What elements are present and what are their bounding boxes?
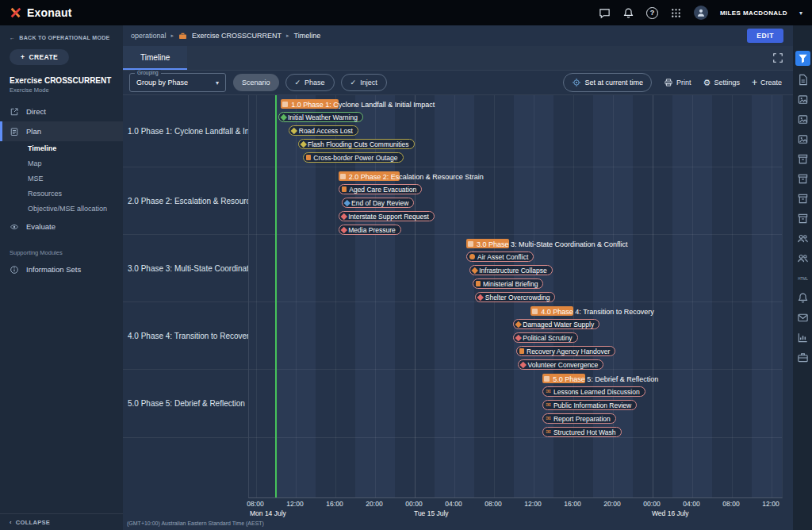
edit-button[interactable]: EDIT — [747, 29, 783, 43]
html-icon[interactable]: HTML — [797, 272, 809, 284]
collapse-button[interactable]: ‹ COLLAPSE — [0, 513, 123, 530]
diamond-icon — [472, 267, 478, 274]
tick-label: 12:00 — [762, 500, 779, 508]
info-icon — [10, 265, 19, 275]
timeline-row: 4.0 Phase 4: Transition to RecoveryDamag… — [249, 302, 782, 370]
breadcrumb-separator-icon: ▸ — [171, 33, 174, 39]
inject-chip[interactable]: Initial Weather Warning — [278, 112, 363, 122]
inject-chip[interactable]: Infrastructure Collapse — [469, 265, 553, 275]
apps-icon[interactable] — [670, 7, 682, 19]
avatar[interactable] — [694, 6, 708, 20]
help-icon[interactable]: ? — [646, 7, 658, 19]
phase-bar[interactable]: 4.0 Phase 4: Transition to Recovery — [530, 306, 573, 316]
sidebar-item-map[interactable]: Map — [0, 156, 123, 171]
sidebar-item-resources[interactable]: Resources — [0, 186, 123, 202]
inject-label: End of Day Review — [351, 199, 408, 207]
settings-button[interactable]: ⚙ Settings — [703, 79, 740, 87]
mail-icon[interactable] — [797, 312, 809, 324]
phase-bar[interactable]: 1.0 Phase 1: Cyclone Landfall & Initial … — [281, 99, 339, 109]
inject-chip[interactable]: ✉Structured Hot Wash — [542, 427, 621, 437]
breadcrumb-timeline[interactable]: Timeline — [294, 32, 321, 40]
row-label: 2.0 Phase 2: Escalation & Resource S... — [123, 167, 248, 235]
inject-chip[interactable]: End of Day Review — [342, 198, 415, 208]
inject-chip[interactable]: Flash Flooding Cuts Communities — [298, 139, 415, 149]
inject-chip[interactable]: Political Scrutiny — [513, 332, 578, 343]
filter-chip-scenario[interactable]: Scenario — [233, 74, 279, 91]
phase-bar-icon — [282, 102, 288, 107]
archive-icon[interactable] — [797, 193, 809, 205]
back-to-operational-link[interactable]: ← BACK TO OPERATIONAL MODE — [0, 25, 123, 42]
inject-chip[interactable]: Aged Care Evacuation — [339, 184, 423, 194]
archive-icon[interactable] — [797, 173, 809, 185]
chat-icon[interactable] — [599, 7, 611, 19]
briefcase-icon[interactable] — [797, 351, 809, 363]
filter-icon[interactable] — [795, 51, 810, 66]
tick-label: 04:00 — [445, 500, 462, 508]
tab-timeline[interactable]: Timeline — [123, 46, 187, 70]
inject-chip[interactable]: Media Pressure — [339, 225, 401, 235]
filter-chip-inject[interactable]: ✓Inject — [341, 74, 387, 91]
user-name[interactable]: MILES MACDONALD — [720, 10, 787, 17]
print-button[interactable]: Print — [664, 78, 691, 87]
inject-chip[interactable]: Air Asset Conflict — [466, 252, 534, 262]
document-icon[interactable] — [797, 74, 809, 86]
inject-chip[interactable]: ✉Public Information Review — [542, 400, 637, 410]
inject-chip[interactable]: Shelter Overcrowding — [475, 292, 555, 302]
inject-chip[interactable]: Road Access Lost — [289, 125, 358, 136]
inject-label: Interstate Support Request — [348, 213, 429, 221]
print-label: Print — [676, 79, 691, 86]
grouping-select[interactable]: Grouping Group by Phase ▾ — [129, 73, 226, 92]
grouping-value: Group by Phase — [136, 79, 188, 86]
image-icon[interactable] — [797, 94, 809, 106]
square-icon — [519, 348, 525, 354]
filter-chip-phase[interactable]: ✓Phase — [285, 74, 335, 91]
inject-chip[interactable]: Interstate Support Request — [339, 211, 435, 221]
sidebar-item-mse[interactable]: MSE — [0, 171, 123, 186]
inject-chip[interactable]: ✉Lessons Learned Discussion — [542, 386, 645, 397]
phase-bar[interactable]: 3.0 Phase 3: Multi-State Coordination & … — [466, 239, 509, 248]
chart-icon[interactable] — [797, 332, 809, 344]
phase-bar[interactable]: 2.0 Phase 2: Escalation & Resource Strai… — [339, 171, 400, 181]
phase-bar-label: 4.0 Phase 4: Transition to Recovery — [541, 308, 654, 316]
image-icon[interactable] — [797, 113, 809, 125]
direct-icon — [10, 107, 19, 117]
people-icon[interactable] — [797, 252, 809, 264]
phase-bar-icon — [340, 174, 346, 179]
inject-chip[interactable]: Ministerial Briefing — [473, 278, 544, 289]
inject-label: Public Information Review — [553, 401, 631, 409]
sidebar-item-plan[interactable]: Plan — [0, 121, 123, 141]
bell-icon[interactable] — [622, 7, 634, 19]
inject-chip[interactable]: Recovery Agency Handover — [516, 346, 616, 356]
set-current-time-button[interactable]: Set at current time — [563, 73, 653, 92]
people-icon[interactable] — [797, 232, 809, 244]
diamond-icon — [341, 213, 347, 220]
inject-chip[interactable]: Cross-border Power Outage — [303, 152, 404, 163]
create-button-sidebar[interactable]: + CREATE — [10, 49, 69, 65]
brand-name: Exonaut — [27, 6, 72, 19]
image-icon[interactable] — [797, 133, 809, 145]
breadcrumb-exercise[interactable]: Exercise CROSSCURRENT — [192, 32, 282, 40]
supporting-modules-label: Supporting Modules — [0, 236, 123, 259]
chevron-down-icon[interactable]: ▾ — [799, 10, 802, 17]
phase-bar[interactable]: 5.0 Phase 5: Debrief & Reflection — [542, 374, 585, 383]
create-button[interactable]: + Create — [752, 78, 782, 87]
archive-icon[interactable] — [797, 153, 809, 165]
toolbar-actions: Set at current time Print ⚙ Settings + C… — [563, 73, 787, 92]
grouping-label: Grouping — [135, 70, 161, 75]
archive-icon[interactable] — [797, 213, 809, 225]
time-axis: 08:0012:0016:0020:0000:0004:0008:0012:00… — [248, 498, 781, 509]
breadcrumb-operational[interactable]: operational — [131, 32, 167, 40]
inject-chip[interactable]: ✉Report Preparation — [542, 413, 616, 424]
inject-chip[interactable]: Damaged Water Supply — [513, 319, 599, 329]
row-label: 4.0 Phase 4: Transition to Recovery — [123, 302, 248, 370]
sidebar-item-objective-mse-allocation[interactable]: Objective/MSE allocation — [0, 202, 123, 217]
fullscreen-icon[interactable] — [772, 52, 783, 63]
inject-chip[interactable]: Volunteer Convergence — [518, 359, 603, 370]
sidebar-item-information-sets[interactable]: Information Sets — [0, 259, 123, 279]
bell-icon[interactable] — [797, 292, 809, 304]
sidebar-item-evaluate[interactable]: Evaluate — [0, 217, 123, 236]
sidebar-item-direct[interactable]: Direct — [0, 102, 123, 121]
sidebar-item-timeline[interactable]: Timeline — [0, 141, 123, 156]
gear-icon: ⚙ — [703, 79, 711, 87]
settings-label: Settings — [714, 79, 740, 86]
